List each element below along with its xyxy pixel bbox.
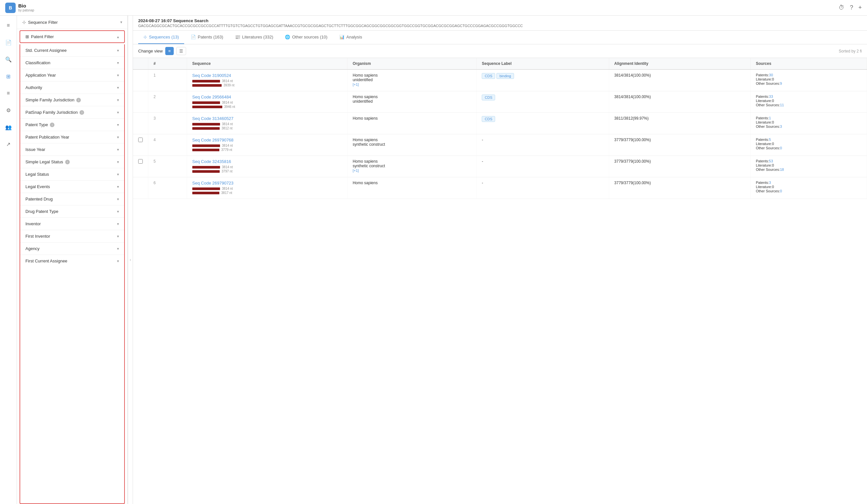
tab-sequences-label: Sequences (13) [149,34,179,40]
src-other: Other Sources:0 [756,189,861,193]
row-checkbox[interactable] [138,138,143,142]
sequence-filter-header[interactable]: ⊹ Sequence Filter ▾ [17,15,127,29]
src-other-num[interactable]: 9 [780,82,782,85]
sidebar-doc-icon[interactable]: 📄 [3,36,14,48]
tab-literatures-icon: 📰 [235,34,240,40]
filter-item-simple-family-jurisdiction[interactable]: Simple Family Jurisdiction i ▾ [20,94,124,106]
filter-chevron-std-current-assignee: ▾ [117,48,119,53]
th-checkbox [133,58,148,69]
filter-chevron-patsnap-family: ▾ [117,110,119,115]
src-patents-num[interactable]: 3 [769,181,771,184]
filter-item-issue-year[interactable]: Issue Year ▾ [20,143,124,156]
tab-other-sources[interactable]: 🌐 Other sources (10) [280,31,332,44]
seq-bar [192,101,220,104]
src-patents-num[interactable]: 1 [769,116,771,120]
tab-literatures[interactable]: 📰 Literatures (332) [230,31,278,44]
filter-label-inventor: Inventor [25,221,41,226]
filter-item-first-current-assignee[interactable]: First Current Assignee ▾ [20,255,124,267]
row-sources: Patents:33 Literature:0 Other Sources:11 [750,91,867,113]
sidebar-chart-icon[interactable]: ≡ [3,87,14,99]
seq-bar-row: 3939 nt [192,84,342,87]
sequence-label-dash: - [482,159,483,164]
row-organism: Homo sapiens [347,177,476,199]
filter-label-legal-status: Legal Status [25,172,49,177]
organism-expand-link[interactable]: [+1] [353,83,359,86]
table-row: 6Seq Code 269790723 3814 nt 3817 nt Homo… [133,177,867,199]
filter-item-drug-patent-type[interactable]: Drug Patent Type ▾ [20,205,124,218]
filter-item-simple-legal-status[interactable]: Simple Legal Status i ▾ [20,156,124,168]
row-alignment-identity: 3779/3779(100.00%) [609,134,750,156]
src-other-num[interactable]: 11 [780,103,784,107]
src-literature-num: 0 [772,185,774,189]
filter-chevron-simple-family: ▾ [117,98,119,103]
seq-code-link[interactable]: Seq Code 269790768 [192,138,234,142]
sidebar-settings-icon[interactable]: ⚙ [3,104,14,116]
sidebar-users-icon[interactable]: 👥 [3,121,14,133]
sidebar-share-icon[interactable]: ↗ [3,138,14,150]
row-checkbox-cell [133,91,148,113]
filter-item-legal-events[interactable]: Legal Events ▾ [20,181,124,193]
organism-expand-link[interactable]: [+1] [353,169,359,172]
sidebar-search-icon[interactable]: 🔍 [3,53,14,65]
src-patents-num[interactable]: 5 [769,138,771,141]
filter-item-inventor[interactable]: Inventor ▾ [20,218,124,230]
src-patents-num[interactable]: 30 [769,73,773,77]
filter-item-left-patent-type: Patent Type i [25,122,54,127]
filter-item-authority[interactable]: Authority ▾ [20,82,124,94]
seq-bar-container: 3814 nt 3946 nt [192,101,342,109]
src-other-num[interactable]: 18 [780,168,784,171]
change-view-label: Change view [138,49,163,53]
timer-icon[interactable]: ⏱ [839,4,845,11]
filter-item-patsnap-family-jurisdiction[interactable]: PatSnap Family Jurisdiction i ▾ [20,106,124,119]
filter-item-std-current-assignee[interactable]: Std. Current Assignee ▾ [20,44,124,57]
seq-bar-label: 3814 nt [222,187,233,190]
src-other: Other Sources:3 [756,125,861,128]
view-table-button[interactable]: ≡ [165,47,174,55]
toolbar-right: Sorted by 2 fi [839,49,862,53]
table-row: 3Seq Code 313460527 3814 nt 3812 nt Homo… [133,113,867,134]
filter-chevron-patented-drug: ▾ [117,197,119,202]
seq-bar-label: 3814 nt [222,79,233,83]
th-organism: Organism [347,58,476,69]
sidebar-menu-icon[interactable]: ≡ [3,20,14,31]
src-patents-num[interactable]: 53 [769,159,773,163]
src-other-num[interactable]: 3 [780,125,782,128]
filter-chevron-first-inventor: ▾ [117,234,119,239]
filter-item-patent-publication-year[interactable]: Patent Publication Year ▾ [20,131,124,143]
th-sequence-label: Sequence Label [477,58,609,69]
tab-patents[interactable]: 📄 Patents (163) [185,31,228,44]
filter-item-left-simple-legal: Simple Legal Status i [25,159,70,164]
info-icon-simple-family: i [76,98,81,103]
sidebar-grid-icon[interactable]: ⊞ [3,71,14,82]
help-icon[interactable]: ? [850,4,853,11]
src-literature-num: 0 [772,163,774,167]
add-icon[interactable]: + [858,4,862,11]
search-title: 2024-08-27 16:07 Sequence Search [138,18,862,23]
seq-code-link[interactable]: Seq Code 313460527 [192,116,234,121]
filter-item-agency[interactable]: Agency ▾ [20,243,124,255]
row-checkbox-cell [133,134,148,156]
seq-bar-row: 3797 nt [192,170,342,173]
panel-collapse-button[interactable]: ‹ [128,15,133,504]
src-patents-num[interactable]: 33 [769,95,773,98]
patent-filter-header[interactable]: ⊞ Patent Filter ▴ [20,30,125,43]
th-sources: Sources [750,58,867,69]
filter-item-application-year[interactable]: Application Year ▾ [20,69,124,82]
seq-code-link[interactable]: Seq Code 32435816 [192,159,231,164]
filter-chevron-inventor: ▾ [117,222,119,226]
row-alignment-identity: 3811/3812(99.97%) [609,113,750,134]
seq-code-link[interactable]: Seq Code 31900524 [192,73,231,78]
row-checkbox[interactable] [138,159,143,164]
filter-item-classification[interactable]: Classification ▾ [20,57,124,69]
tab-sequences[interactable]: ⊹ Sequences (13) [138,31,184,44]
seq-code-link[interactable]: Seq Code 269790723 [192,181,234,185]
seq-bar-label: 3814 nt [222,165,233,169]
view-list-button[interactable]: ☰ [176,47,186,55]
filter-item-first-inventor[interactable]: First Inventor ▾ [20,230,124,243]
filter-item-patented-drug[interactable]: Patented Drug ▾ [20,193,124,205]
tab-analysis[interactable]: 📊 Analysis [334,31,367,44]
results-table-container: # Sequence Organism Sequence Label Align… [133,58,867,504]
filter-item-legal-status[interactable]: Legal Status ▾ [20,168,124,181]
filter-item-patent-type[interactable]: Patent Type i ▾ [20,119,124,131]
seq-code-link[interactable]: Seq Code 29566484 [192,95,231,99]
